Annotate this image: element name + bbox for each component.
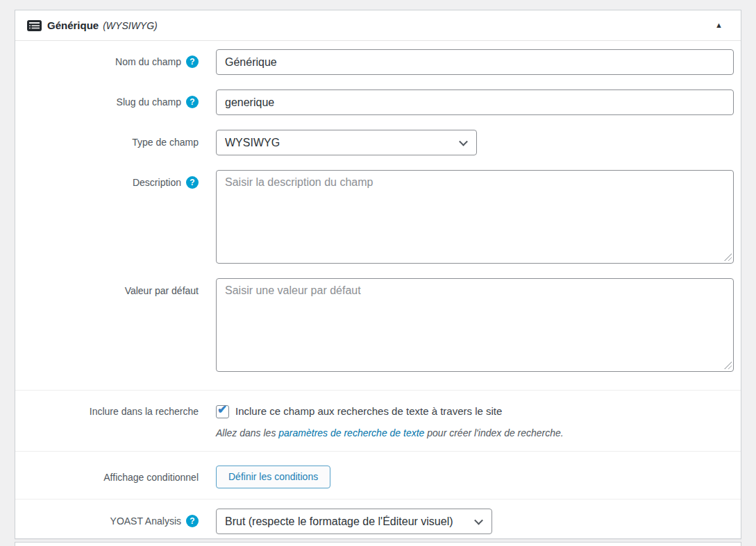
help-icon[interactable]: ? — [186, 56, 199, 68]
help-icon[interactable]: ? — [186, 176, 199, 189]
search-checkbox-label[interactable]: Inclure ce champ aux recherches de texte… — [235, 403, 502, 420]
panel-header[interactable]: Générique (WYSIWYG) ▲ — [15, 10, 741, 41]
default-value-textarea[interactable] — [216, 278, 734, 372]
field-description-label: Description — [133, 176, 181, 189]
search-settings-link[interactable]: paramètres de recherche de texte — [278, 427, 424, 438]
default-value-label: Valeur par défaut — [125, 284, 199, 298]
field-name-row: Nom du champ ? — [29, 49, 734, 75]
field-type-select[interactable]: WYSIWYG — [216, 130, 477, 155]
field-slug-label: Slug du champ — [117, 95, 181, 109]
field-type-label: Type de champ — [132, 135, 199, 149]
search-section: Inclure dans la recherche ✔ Inclure ce c… — [15, 390, 741, 451]
conditional-section: Affichage conditionnel Définir les condi… — [15, 451, 741, 499]
field-name-input[interactable] — [216, 49, 734, 75]
search-label: Inclure dans la recherche — [90, 404, 199, 418]
check-icon: ✔ — [217, 403, 227, 417]
search-note-prefix: Allez dans les — [216, 427, 278, 438]
field-slug-input[interactable] — [216, 89, 734, 115]
search-note: Allez dans les paramètres de recherche d… — [216, 426, 734, 440]
yoast-row: YOAST Analysis ? Brut (respecte le forma… — [29, 509, 734, 534]
main-fields-section: Nom du champ ? Slug du champ ? Type de c… — [15, 41, 741, 390]
help-icon[interactable]: ? — [186, 96, 199, 108]
field-slug-row: Slug du champ ? — [29, 89, 734, 115]
field-description-row: Description ? — [29, 170, 734, 264]
search-note-suffix: pour créer l'index de recherche. — [424, 427, 563, 438]
panel-title: Générique — [47, 19, 99, 31]
default-value-row: Valeur par défaut — [29, 278, 734, 372]
search-row: Inclure dans la recherche ✔ Inclure ce c… — [29, 403, 734, 440]
next-panel[interactable] — [15, 542, 741, 546]
help-icon[interactable]: ? — [186, 515, 199, 527]
field-settings-panel: Générique (WYSIWYG) ▲ Nom du champ ? Slu… — [15, 10, 741, 539]
yoast-analysis-select[interactable]: Brut (respecte le formatage de l'Éditeur… — [216, 509, 492, 534]
wysiwyg-field-icon — [27, 20, 42, 31]
search-checkbox[interactable]: ✔ — [216, 405, 229, 418]
panel-subtitle: (WYSIWYG) — [103, 20, 158, 31]
collapse-arrow-icon[interactable]: ▲ — [711, 19, 727, 32]
define-conditions-button[interactable]: Définir les conditions — [216, 466, 330, 488]
conditional-label: Affichage conditionnel — [103, 470, 199, 484]
field-name-label: Nom du champ — [115, 55, 181, 69]
field-description-textarea[interactable] — [216, 170, 734, 264]
conditional-row: Affichage conditionnel Définir les condi… — [29, 466, 734, 488]
field-type-row: Type de champ WYSIWYG — [29, 130, 734, 155]
yoast-label: YOAST Analysis — [110, 514, 181, 528]
yoast-section: YOAST Analysis ? Brut (respecte le forma… — [15, 499, 741, 538]
